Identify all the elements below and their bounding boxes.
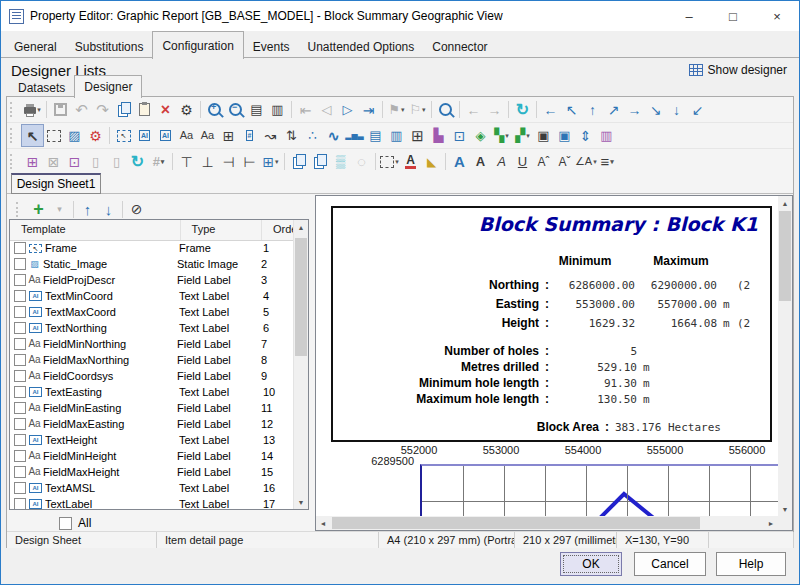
report-table-tool-icon[interactable]: ▥ <box>386 125 407 146</box>
row-checkbox[interactable] <box>14 466 26 478</box>
next-page-icon[interactable]: ▷ <box>337 99 358 120</box>
maximize-button[interactable]: □ <box>711 2 755 31</box>
font-color-icon[interactable]: A <box>400 151 421 172</box>
show-designer-button[interactable]: Show designer <box>689 63 787 77</box>
scroll-up-icon[interactable]: ▲ <box>294 220 308 234</box>
previous-page-icon[interactable]: ◁ <box>316 99 337 120</box>
bold-icon[interactable]: A <box>470 151 491 172</box>
table-row[interactable]: ▨Static_ImageStatic Image2 <box>10 256 294 272</box>
tab-general[interactable]: General <box>5 34 66 59</box>
row-checkbox[interactable] <box>14 274 26 286</box>
pan-left-icon[interactable]: ← <box>540 99 561 120</box>
table-row[interactable]: AITextLabelText Label17 <box>10 496 294 509</box>
table-field-tool-icon[interactable]: ⊞ <box>218 125 239 146</box>
table-row[interactable]: AaFieldMinHeightField Label14 <box>10 448 294 464</box>
previous-sheet-icon[interactable]: ▯ <box>85 151 106 172</box>
window-item-tool-icon[interactable]: ⊡ <box>449 125 470 146</box>
pan-down-icon[interactable]: ↓ <box>666 99 687 120</box>
row-checkbox[interactable] <box>14 290 26 302</box>
line-chart-tool-icon[interactable]: ∿ <box>323 125 344 146</box>
goto-bookmark-icon[interactable]: ⚐▾ <box>407 99 428 120</box>
minimize-button[interactable]: – <box>667 2 711 31</box>
zoom-in-icon[interactable] <box>204 99 225 120</box>
number-field-tool-icon[interactable]: # <box>239 125 260 146</box>
line-spacing-icon[interactable]: ≡▾ <box>597 151 618 172</box>
preview-pane[interactable]: Block Summary : Block K1 Minimum Maximum… <box>315 195 793 531</box>
preview-vertical-scrollbar[interactable]: ▲ ▼ <box>778 196 792 516</box>
tab-connector[interactable]: Connector <box>423 34 496 59</box>
scrollbar-thumb[interactable] <box>332 517 700 529</box>
legend-item-tool-icon[interactable]: ▚▾ <box>491 125 512 146</box>
insert-picture-icon[interactable]: ▨ <box>64 125 85 146</box>
row-checkbox[interactable] <box>14 450 26 462</box>
row-checkbox[interactable] <box>14 386 26 398</box>
row-checkbox[interactable] <box>14 434 26 446</box>
pan-up-right-icon[interactable]: ↗ <box>603 99 624 120</box>
gantt-item-tool-icon[interactable]: ▙ <box>428 125 449 146</box>
frame-tool-icon[interactable]: ↖ <box>113 125 134 146</box>
marquee-select-icon[interactable] <box>43 125 64 146</box>
column-header-template[interactable]: Template <box>10 220 181 240</box>
row-checkbox[interactable] <box>14 482 26 494</box>
linked-field-label-tool-icon[interactable]: Aa <box>197 125 218 146</box>
scroll-left-icon[interactable]: ◄ <box>316 516 330 530</box>
anchor-point-tool-icon[interactable]: ◈ <box>470 125 491 146</box>
fit-to-page-icon[interactable]: ⊞▾ <box>260 151 281 172</box>
text-label-tool-icon[interactable]: AI <box>134 125 155 146</box>
scatter-chart-tool-icon[interactable]: ∴ <box>302 125 323 146</box>
row-checkbox[interactable] <box>14 322 26 334</box>
table-row[interactable]: AITextNorthingText Label6 <box>10 320 294 336</box>
picture-resize-tool-icon[interactable]: ⇕ <box>575 125 596 146</box>
table-row[interactable]: AITextMinCoordText Label4 <box>10 288 294 304</box>
subtab-designer[interactable]: Designer <box>74 75 142 98</box>
first-page-icon[interactable]: ⇤ <box>295 99 316 120</box>
shape-tool-icon[interactable]: ◌ <box>351 151 372 172</box>
tab-configuration[interactable]: Configuration <box>152 31 243 59</box>
tab-substitutions[interactable]: Substitutions <box>66 34 153 59</box>
align-right-icon[interactable]: ⊢ <box>239 151 260 172</box>
paste-icon[interactable] <box>134 99 155 120</box>
table-row[interactable]: AaFieldCoordsysField Label9 <box>10 368 294 384</box>
add-item-icon[interactable]: + <box>28 199 49 220</box>
all-checkbox[interactable] <box>59 517 72 530</box>
tab-design-sheet1[interactable]: Design Sheet1 <box>11 173 101 194</box>
tab-events[interactable]: Events <box>244 34 299 59</box>
refresh-layout-icon[interactable]: ↻ <box>127 151 148 172</box>
scrollbar-thumb[interactable] <box>779 211 791 301</box>
table-scrollbar[interactable]: ▲ ▼ <box>293 220 308 509</box>
pan-up-left-icon[interactable]: ↖ <box>561 99 582 120</box>
curve-tool-icon[interactable]: ↝ <box>260 125 281 146</box>
column-header-order[interactable]: Order <box>262 220 294 240</box>
undo-icon[interactable]: ↶ <box>71 99 92 120</box>
hide-item-icon[interactable]: ⊘ <box>126 199 147 220</box>
pan-up-icon[interactable]: ↑ <box>582 99 603 120</box>
add-item-options-icon[interactable]: ▾ <box>49 199 70 220</box>
row-checkbox[interactable] <box>14 242 26 254</box>
table-row[interactable]: AITextEastingText Label10 <box>10 384 294 400</box>
print-icon[interactable]: ▾ <box>22 99 43 120</box>
grow-font-icon[interactable]: Aˆ <box>533 151 554 172</box>
help-button[interactable]: Help <box>716 552 786 576</box>
transparency-icon[interactable]: ▒ <box>330 151 351 172</box>
table-row[interactable]: AITextMaxCoordText Label5 <box>10 304 294 320</box>
report-item-tool-icon[interactable]: ▤ <box>365 125 386 146</box>
row-checkbox[interactable] <box>14 402 26 414</box>
scroll-down-icon[interactable]: ▼ <box>294 495 308 509</box>
linked-text-label-tool-icon[interactable]: AI <box>155 125 176 146</box>
grid-item-tool-icon[interactable]: ⊞ <box>407 125 428 146</box>
column-header-type[interactable]: Type <box>181 220 262 240</box>
row-checkbox[interactable] <box>14 306 26 318</box>
last-page-icon[interactable]: ⇥ <box>358 99 379 120</box>
curve-vertical-tool-icon[interactable]: ⇅ <box>281 125 302 146</box>
bring-to-front-icon[interactable] <box>288 151 309 172</box>
save-icon[interactable] <box>50 99 71 120</box>
field-label-tool-icon[interactable]: Aa <box>176 125 197 146</box>
insert-ole-object-icon[interactable]: ⚙ <box>85 125 106 146</box>
refresh-icon[interactable]: ↻ <box>512 99 533 120</box>
table-row[interactable]: AaFieldMaxHeightField Label15 <box>10 464 294 480</box>
underline-icon[interactable]: U <box>512 151 533 172</box>
scroll-down-icon[interactable]: ▼ <box>778 502 792 516</box>
align-top-icon[interactable]: ⊤ <box>176 151 197 172</box>
report-doc-tool-icon[interactable]: ▥ <box>596 125 617 146</box>
row-checkbox[interactable] <box>14 370 26 382</box>
